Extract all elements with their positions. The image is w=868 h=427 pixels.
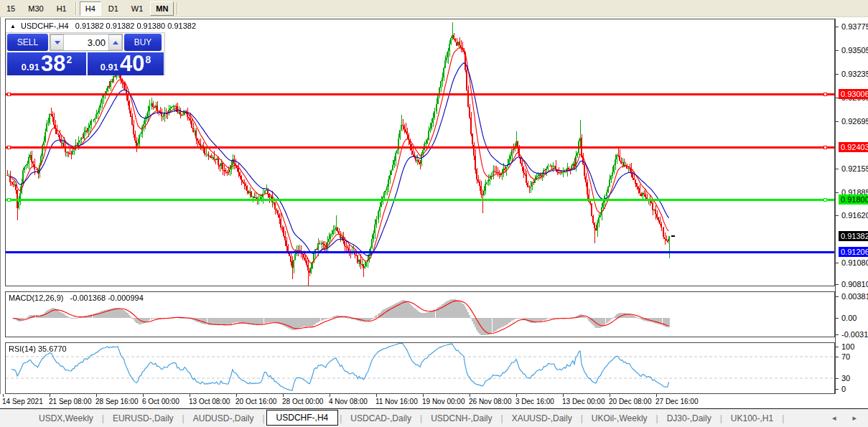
- price-axis-tick: [836, 192, 839, 193]
- macd-axis-label: 0.00: [841, 314, 857, 322]
- timeframe-button-M30[interactable]: M30: [22, 1, 49, 16]
- time-axis-tick: [3, 394, 4, 397]
- rsi-axis-tick: [836, 347, 839, 347]
- price-axis-label: 0.91620: [841, 211, 868, 220]
- level-price-badge: 0.93006: [839, 89, 868, 99]
- time-axis-tick: [376, 394, 377, 397]
- time-axis-tick: [563, 394, 564, 397]
- horizontal-level-line-0.91800[interactable]: [6, 199, 834, 201]
- line-handle: [7, 93, 11, 96]
- level-price-badge: 0.91800: [839, 194, 868, 205]
- toolbar-separator: [75, 2, 77, 15]
- price-axis-label: 0.93775: [841, 22, 868, 31]
- volume-decrease-button[interactable]: [50, 34, 64, 50]
- timeframe-button-H4[interactable]: H4: [80, 1, 101, 16]
- sell-button[interactable]: SELL: [7, 34, 48, 51]
- timeframe-button-15[interactable]: 15: [1, 1, 21, 16]
- tab-scroll-arrows: ◂ ▸: [832, 413, 864, 423]
- tab-separator: |: [181, 413, 186, 423]
- toolbar-separator: [177, 2, 178, 15]
- price-axis-tick: [836, 215, 839, 216]
- macd-values: -0.001368 -0.000994: [70, 294, 144, 302]
- line-handle: [823, 146, 827, 149]
- price-axis-label: 0.93505: [841, 46, 868, 55]
- price-axis-label: 0.90810: [841, 280, 868, 288]
- tab-separator: |: [261, 413, 266, 423]
- tab-separator: |: [579, 413, 584, 423]
- tab-scroll-left-icon[interactable]: ◂: [832, 413, 844, 422]
- chart-tab-9[interactable]: DJ30-,Daily: [660, 411, 719, 426]
- time-axis-label: 3 Dec 16:00: [515, 398, 554, 405]
- volume-group: [50, 34, 123, 51]
- line-handle: [7, 198, 11, 202]
- timeframe-button-W1[interactable]: W1: [126, 1, 149, 16]
- rsi-axis-label: 0: [841, 385, 846, 393]
- timeframe-button-D1[interactable]: D1: [103, 1, 124, 16]
- ask-price-prefix: 0.91: [101, 62, 118, 72]
- rsi-axis-label: 100: [841, 342, 854, 351]
- ask-price-point: 8: [146, 54, 151, 65]
- rsi-label: RSI(14) 35.6770: [9, 344, 67, 353]
- tab-scroll-right-icon[interactable]: ▸: [852, 413, 864, 422]
- bid-price-display[interactable]: 0.91 38 2: [7, 52, 86, 75]
- rsi-indicator-panel: RSI(14) 35.6770: [5, 342, 835, 394]
- price-axis-tick: [836, 74, 839, 75]
- chart-ohlc-values: 0.91382 0.91382 0.91380 0.91382: [75, 22, 196, 30]
- chart-tab-5[interactable]: USDCAD-,Daily: [343, 411, 419, 426]
- time-axis-label: 27 Dec 16:00: [655, 398, 699, 405]
- chart-tab-4[interactable]: USDCHF-,H4: [266, 410, 339, 426]
- macd-axis-tick: [836, 296, 839, 297]
- price-axis-tick: [836, 263, 839, 263]
- bid-price-point: 2: [67, 54, 73, 65]
- macd-axis-tick: [836, 318, 839, 319]
- horizontal-level-line-0.92403[interactable]: [6, 146, 834, 149]
- ask-price-pips: 40: [120, 54, 144, 74]
- chart-tab-3[interactable]: AUDUSD-,Daily: [186, 411, 261, 426]
- timeframe-toolbar: 15M30H1H4D1W1MN: [0, 0, 868, 17]
- timeframe-button-H1[interactable]: H1: [51, 1, 73, 16]
- price-axis-label: 0.92695: [841, 117, 868, 126]
- chart-tab-10[interactable]: UK100-,H1: [724, 411, 780, 426]
- volume-input[interactable]: [64, 34, 108, 50]
- line-handle: [7, 146, 11, 149]
- horizontal-level-line-0.91206[interactable]: [6, 251, 834, 253]
- chart-tab-1[interactable]: USDX,Weekly: [32, 411, 101, 426]
- bid-price-pips: 38: [41, 54, 65, 74]
- collapse-triangle-icon[interactable]: ▲: [10, 23, 16, 29]
- horizontal-level-line-0.93006[interactable]: [6, 93, 834, 95]
- time-axis-label: 28 Sep 16:00: [95, 398, 139, 405]
- macd-axis-tick: [836, 334, 839, 335]
- rsi-axis-label: 70: [841, 352, 850, 361]
- time-axis-tick: [423, 394, 424, 397]
- time-axis-tick: [516, 394, 517, 397]
- rsi-axis-tick: [836, 378, 839, 379]
- current-price-badge: 0.91382: [839, 231, 868, 241]
- volume-increase-button[interactable]: [108, 34, 122, 50]
- chart-title: ▲ USDCHF-,H4 0.91382 0.91382 0.91380 0.9…: [10, 22, 196, 30]
- rsi-axis-tick: [836, 389, 839, 390]
- time-axis-label: 20 Oct 16:00: [235, 398, 276, 405]
- macd-label: MACD(12,26,9) -0.001368 -0.000994: [9, 294, 144, 302]
- time-axis-tick: [143, 394, 144, 397]
- chart-tab-8[interactable]: UKOil-,Weekly: [584, 411, 655, 426]
- time-axis-tick: [236, 394, 237, 397]
- buy-button[interactable]: BUY: [124, 34, 162, 51]
- chart-tab-7[interactable]: XAUUSD-,Daily: [505, 411, 579, 426]
- tab-separator: |: [500, 413, 505, 423]
- macd-axis-label: -0.003115: [841, 330, 868, 339]
- window-left-border: [0, 17, 1, 408]
- price-axis-tick: [836, 169, 839, 169]
- price-axis-tick: [836, 50, 839, 51]
- chart-tab-bar: USDX,Weekly|EURUSD-,Daily|AUDUSD-,Daily|…: [0, 408, 868, 427]
- ask-price-display[interactable]: 0.91 40 8: [88, 52, 164, 75]
- rsi-chart[interactable]: [6, 343, 834, 393]
- line-handle: [823, 93, 827, 96]
- time-axis-label: 13 Dec 00:00: [562, 398, 605, 405]
- macd-axis-label: 0.003811: [841, 292, 868, 301]
- tab-separator: |: [101, 413, 106, 423]
- chart-tab-2[interactable]: EURUSD-,Daily: [106, 411, 181, 426]
- timeframe-button-MN[interactable]: MN: [150, 1, 174, 16]
- time-axis: 14 Sep 202121 Sep 08:0028 Sep 16:006 Oct…: [0, 394, 835, 408]
- time-axis-label: 20 Dec 08:00: [609, 398, 652, 405]
- chart-tab-6[interactable]: USDCNH-,Daily: [424, 411, 499, 426]
